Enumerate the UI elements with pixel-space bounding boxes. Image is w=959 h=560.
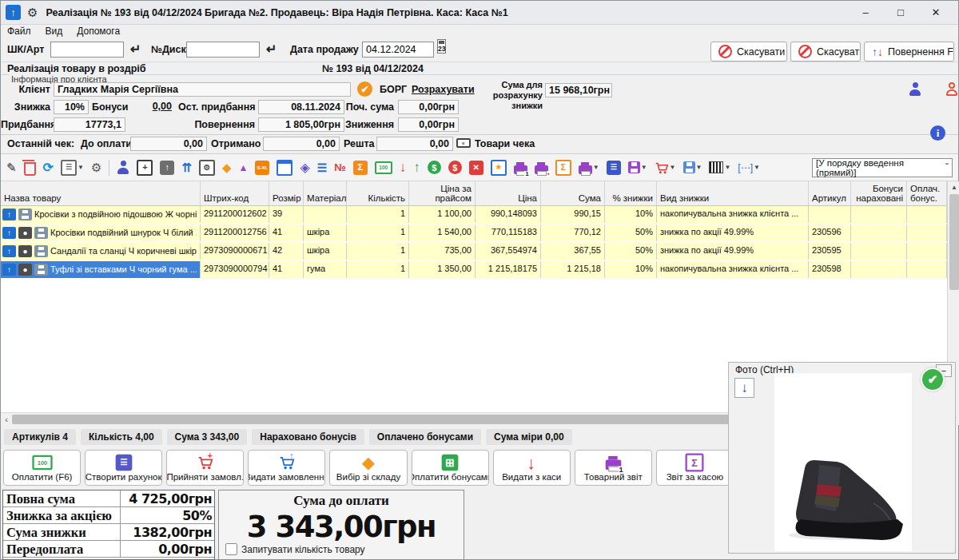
ask-quantity-option[interactable]: Запитувати кількість товару xyxy=(225,543,365,555)
close-box-icon[interactable]: ✕ xyxy=(469,161,483,175)
client-card-icon[interactable] xyxy=(909,82,921,96)
sizes-sxl-icon[interactable]: S-XL xyxy=(255,161,269,175)
column-header[interactable]: % знижки xyxy=(605,181,657,205)
doc-settings-icon[interactable]: ⚙ xyxy=(199,160,215,176)
check-goods-label[interactable]: Товари чека xyxy=(475,138,535,149)
cash-icon[interactable]: 100 xyxy=(375,161,392,174)
stock-button[interactable]: ◆Вибір зі складу xyxy=(329,450,407,486)
panel-icon[interactable] xyxy=(277,160,292,176)
sale-date-input[interactable] xyxy=(362,42,434,58)
camera-icon[interactable]: ● xyxy=(18,264,32,276)
column-header[interactable]: Розмір xyxy=(269,181,304,205)
cart-out-button[interactable]: ↑Видати замовлення xyxy=(248,450,325,486)
save-icon[interactable] xyxy=(34,227,48,239)
table-row[interactable]: ↑●Сандалії та сланці Ч коричневі шкір...… xyxy=(1,243,947,261)
up-icon[interactable]: ↑ xyxy=(2,209,16,220)
column-header[interactable]: Артикул xyxy=(809,181,851,205)
add-document-icon[interactable]: + xyxy=(137,160,153,176)
doc-star-icon[interactable]: ★ xyxy=(491,160,507,176)
cash-out-button[interactable]: ↓Видати з каси xyxy=(493,450,571,486)
invoice-button[interactable]: ☰Створити рахунок xyxy=(85,450,162,486)
handshake-icon[interactable]: ◈ xyxy=(300,161,309,174)
save-icon[interactable] xyxy=(34,264,48,276)
horizontal-scrollbar[interactable]: ‹ xyxy=(1,412,749,425)
numero-icon[interactable]: № xyxy=(334,162,346,173)
delete-icon[interactable] xyxy=(24,159,36,176)
put-in-icon[interactable]: ↑ xyxy=(413,161,420,174)
sort-order-select[interactable]: [У порядку введення (прямий)]ˇ xyxy=(812,158,953,177)
cancel-all-button[interactable]: Скасувати всі xyxy=(790,42,861,62)
gift-button[interactable]: ⊞Оплатити бонусами xyxy=(412,450,489,486)
photo-ok-icon[interactable]: ✔ xyxy=(921,367,945,391)
checkbox-icon[interactable] xyxy=(225,543,237,555)
column-header[interactable]: Ціна xyxy=(476,181,541,205)
upload-icon[interactable]: ↑ xyxy=(160,161,174,175)
wrench-icon[interactable]: ⚙ xyxy=(91,161,101,173)
camera-icon[interactable]: ● xyxy=(18,227,32,239)
minimize-button[interactable]: – xyxy=(848,2,883,24)
edit-icon[interactable]: ✎ xyxy=(6,161,17,173)
print-goods-icon[interactable]: 1 xyxy=(514,161,527,174)
column-header[interactable]: Оплач. бонус. xyxy=(907,181,947,205)
menu-help[interactable]: Допомога xyxy=(77,26,120,38)
cart-in-button[interactable]: +Прийняти замовл. xyxy=(166,450,244,486)
save-icon[interactable] xyxy=(34,245,48,257)
print-label-icon[interactable]: ▪ xyxy=(535,161,548,174)
menu-view[interactable]: Вид xyxy=(46,26,63,38)
stock-layers-icon[interactable]: ◆ xyxy=(222,161,232,173)
table-row[interactable]: ↑●Туфлі зі вставками Ч чорний гума ...29… xyxy=(1,261,947,280)
photo-download-icon[interactable]: ↓ xyxy=(734,378,754,398)
disk-menu-icon[interactable]: ▼ xyxy=(683,161,702,173)
column-header[interactable]: Сума xyxy=(541,181,605,205)
maximize-button[interactable]: □ xyxy=(883,2,918,24)
print-menu-icon[interactable]: ▼ xyxy=(579,161,599,174)
column-header[interactable]: Назва товару xyxy=(1,181,201,205)
scroll-up-icon[interactable]: ▲ xyxy=(948,181,959,193)
money-in-icon[interactable]: $ xyxy=(428,161,441,174)
camera-icon[interactable]: ● xyxy=(18,245,32,257)
column-header[interactable]: Штрих-код xyxy=(201,181,269,205)
goods-report-button[interactable]: 1Товарний звіт xyxy=(575,450,652,486)
reorder-icon[interactable]: ⇈ xyxy=(181,161,192,173)
settings-gear-icon[interactable]: ⚙ xyxy=(27,6,38,20)
column-header[interactable]: Матеріал xyxy=(304,181,347,205)
column-header[interactable]: Вид знижки xyxy=(657,181,809,205)
notes-menu-icon[interactable]: ☰▼ xyxy=(61,160,84,176)
shapes-icon[interactable]: ▲ xyxy=(238,163,248,173)
money-out-icon[interactable]: $ xyxy=(448,161,462,174)
column-header[interactable]: Бонуси нараховані xyxy=(851,181,907,205)
client-icon[interactable] xyxy=(117,161,129,174)
cancel-button[interactable]: Скасувати xyxy=(710,42,787,62)
client-name-field[interactable]: Гладких Марія Сергіївна xyxy=(54,82,351,97)
table-row[interactable]: ↑●Кросівки подвійний шнурок Ч білий ...2… xyxy=(1,224,947,243)
cash-button[interactable]: 100Оплатити (F6) xyxy=(3,450,81,486)
close-button[interactable]: ✕ xyxy=(918,2,953,24)
save-icon[interactable] xyxy=(18,209,32,220)
take-out-icon[interactable]: ↓ xyxy=(400,161,407,174)
columns-menu-icon[interactable]: [⋯]▼ xyxy=(738,163,760,173)
bonus-value[interactable]: 0,00 xyxy=(129,100,175,114)
menu-file[interactable]: Файл xyxy=(7,26,31,38)
register-report-button[interactable]: ΣЗвіт за касою xyxy=(656,450,734,486)
id-card-icon[interactable]: ☰ xyxy=(607,161,621,175)
return-button[interactable]: ↑↓Повернення F12 xyxy=(864,42,954,62)
column-header[interactable]: Ціна за прайсом xyxy=(409,181,476,205)
remove-client-icon[interactable] xyxy=(945,82,958,96)
cart-menu-icon[interactable]: ▼ xyxy=(655,161,676,175)
column-header[interactable]: Кількість xyxy=(347,181,409,205)
sum-sigma-icon[interactable]: Σ xyxy=(353,161,368,175)
save-menu-icon[interactable]: ▼ xyxy=(628,161,647,173)
table-row[interactable]: ↑Кросівки з подвійною підошвою Ж чорні .… xyxy=(1,206,947,224)
list-check-icon[interactable]: ☰ xyxy=(317,162,328,173)
calendar-icon[interactable]: 23 xyxy=(437,39,446,54)
vertical-scroll-thumb[interactable] xyxy=(949,194,959,290)
horizontal-scroll-thumb[interactable] xyxy=(12,415,731,424)
barcode-menu-icon[interactable]: ▼ xyxy=(709,161,730,173)
discount-card-input[interactable] xyxy=(186,42,260,58)
up-icon[interactable]: ↑ xyxy=(2,245,16,257)
refresh-icon[interactable]: ⟳ xyxy=(43,161,54,174)
scroll-left-icon[interactable]: ‹ xyxy=(1,413,12,426)
barcode-input[interactable] xyxy=(50,42,124,58)
up-icon[interactable]: ↑ xyxy=(2,227,16,239)
cash-report-icon[interactable]: Σ xyxy=(555,160,571,176)
